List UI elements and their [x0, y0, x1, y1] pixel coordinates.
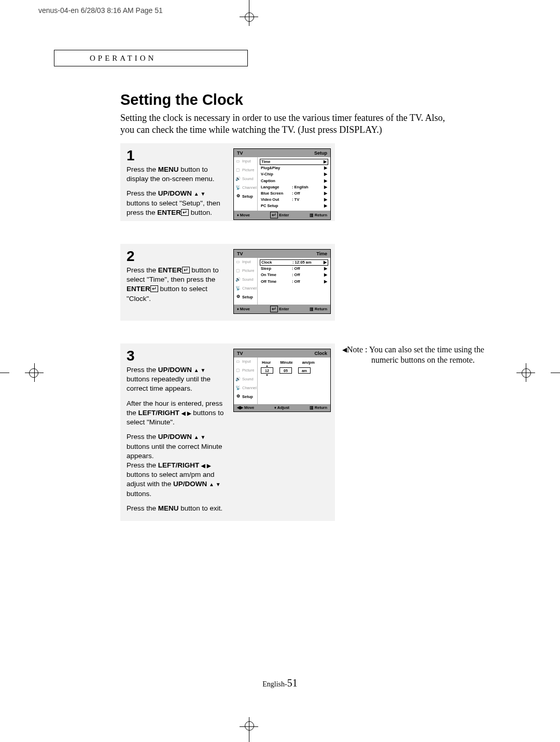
- leftright-label: LEFT/RIGHT: [158, 461, 200, 469]
- text: Press the: [127, 433, 158, 441]
- page-title: Setting the Clock: [120, 91, 243, 108]
- col-ampm: am/pm: [302, 360, 315, 365]
- sidebar-picture: Picture: [242, 268, 254, 273]
- input-icon: ▭: [235, 259, 241, 265]
- osd-time-panel: TV Time ▭Input ▢Picture 🔊Sound 📡Channel …: [233, 249, 331, 314]
- note-text: You can also set the time using the nume…: [369, 345, 484, 364]
- page-footer: English-51: [120, 677, 440, 689]
- setup-icon: ⚙: [235, 394, 241, 400]
- text: buttons until the correct Minute appears…: [127, 443, 222, 460]
- sidebar-input: Input: [242, 159, 251, 164]
- enter-label: ENTER: [127, 285, 150, 293]
- input-icon: ▭: [235, 359, 241, 365]
- osd-row-vchip: V-Chip▶: [260, 171, 328, 177]
- up-down-icon: ▲ ▼: [194, 434, 206, 440]
- col-minute: Minute: [281, 360, 293, 365]
- osd-ftr-return: ▥ Return: [310, 405, 327, 410]
- enter-icon: ↵: [150, 285, 158, 292]
- osd-tv-label: TV: [237, 350, 243, 356]
- text: Press the: [127, 266, 158, 274]
- sidebar-channel: Channel: [242, 185, 257, 190]
- up-down-icon: ▲ ▼: [194, 367, 206, 373]
- text: Press the: [127, 461, 158, 469]
- picture-icon: ▢: [235, 168, 241, 173]
- osd-row-plugplay: Plug&Play▶: [260, 165, 328, 171]
- text: Press the: [127, 366, 158, 374]
- osd-row-sleep: Sleep: Off▶: [260, 266, 328, 272]
- osd-row-ontime: On Time: Off▶: [260, 272, 328, 278]
- enter-label: ENTER: [158, 266, 182, 274]
- minute-value-box: 05: [279, 367, 292, 374]
- text: Press the: [127, 189, 158, 197]
- step-2-block: 2 Press the ENTER↵ button to select "Tim…: [120, 244, 335, 321]
- left-right-icon: ◀ ▶: [201, 463, 211, 469]
- setup-icon: ⚙: [235, 194, 241, 199]
- sidebar-channel: Channel: [242, 286, 257, 291]
- osd-menu-title: Setup: [314, 150, 327, 156]
- menu-button-label: MENU: [158, 166, 179, 173]
- setup-icon: ⚙: [235, 294, 241, 300]
- sidebar-channel: Channel: [242, 386, 257, 391]
- up-down-icon: ▲ ▼: [194, 191, 206, 197]
- osd-clock-panel: TV Clock ▭Input ▢Picture 🔊Sound 📡Channel…: [233, 349, 331, 412]
- sound-icon: 🔊: [235, 277, 241, 283]
- osd-sidebar: ▭Input ▢Picture 🔊Sound 📡Channel ⚙Setup: [234, 258, 258, 305]
- sidebar-sound: Sound: [242, 377, 254, 382]
- channel-icon: 📡: [235, 386, 241, 391]
- text: buttons.: [127, 490, 151, 498]
- osd-tv-label: TV: [237, 150, 243, 156]
- updown-label: UP/DOWN: [158, 433, 192, 441]
- enter-icon: ↵: [182, 267, 190, 273]
- channel-icon: 📡: [235, 286, 241, 292]
- picture-icon: ▢: [235, 268, 241, 274]
- osd-ftr-enter: ↵ Enter: [270, 306, 289, 312]
- osd-ftr-enter: ↵ Enter: [270, 212, 289, 218]
- up-down-icon: ▲ ▼: [209, 482, 221, 487]
- sidebar-input: Input: [242, 259, 251, 265]
- osd-row-time: Time▶: [260, 159, 328, 165]
- sidebar-setup: Setup: [242, 394, 253, 400]
- text: Press the: [127, 504, 158, 512]
- ampm-value-box: am: [298, 367, 311, 374]
- note-label: Note :: [347, 345, 368, 354]
- crop-mark-right: [516, 363, 535, 382]
- osd-ftr-return: ▥ Return: [310, 306, 327, 312]
- osd-menu-title: Clock: [314, 350, 327, 356]
- sidebar-setup: Setup: [242, 194, 253, 199]
- osd-sidebar: ▭Input ▢Picture 🔊Sound 📡Channel ⚙Setup: [234, 157, 258, 211]
- sidebar-picture: Picture: [242, 168, 254, 173]
- osd-row-videoout: Video Out: TV▶: [260, 197, 328, 203]
- side-note: ◀Note : You can also set the time using …: [342, 345, 492, 365]
- enter-icon: ↵: [181, 209, 189, 216]
- osd-row-offtime: Off Time: Off▶: [260, 279, 328, 285]
- input-icon: ▭: [235, 159, 241, 164]
- osd-row-caption: Caption▶: [260, 178, 328, 184]
- hour-value-box: 12: [261, 367, 273, 374]
- step-1-block: 1 Press the MENU button to display the o…: [120, 143, 335, 221]
- step-3-block: 3 Press the UP/DOWN ▲ ▼ buttons repeated…: [120, 343, 335, 521]
- section-header-box: OPERATION: [54, 50, 248, 66]
- print-slug: venus-04-en 6/28/03 8:16 AM Page 51: [38, 6, 163, 15]
- updown-label: UP/DOWN: [158, 189, 192, 197]
- updown-label: UP/DOWN: [173, 480, 207, 488]
- osd-ftr-move: ◀▶ Move: [237, 405, 254, 410]
- osd-ftr-adjust: ♦ Adjust: [274, 405, 289, 410]
- left-right-icon: ◀ ▶: [181, 410, 191, 416]
- sidebar-picture: Picture: [242, 368, 254, 373]
- leftright-label: LEFT/RIGHT: [138, 409, 180, 417]
- osd-row-clock: Clock: 12:05 am▶: [260, 259, 328, 266]
- osd-ftr-move: ♦ Move: [237, 212, 250, 218]
- sound-icon: 🔊: [235, 377, 241, 382]
- osd-tv-label: TV: [237, 251, 243, 257]
- sidebar-setup: Setup: [242, 295, 253, 300]
- text: buttons repeatedly until the correct tim…: [127, 375, 211, 392]
- sound-icon: 🔊: [235, 176, 241, 182]
- osd-row-language: Language: English▶: [260, 184, 328, 190]
- channel-icon: 📡: [235, 185, 241, 191]
- osd-ftr-move: ♦ Move: [237, 306, 250, 312]
- text: Press the: [127, 166, 158, 173]
- footer-page-number: 51: [287, 677, 298, 689]
- osd-row-pcsetup: PC Setup▶: [260, 203, 328, 209]
- osd-ftr-return: ▥ Return: [310, 212, 327, 218]
- sidebar-input: Input: [242, 359, 251, 364]
